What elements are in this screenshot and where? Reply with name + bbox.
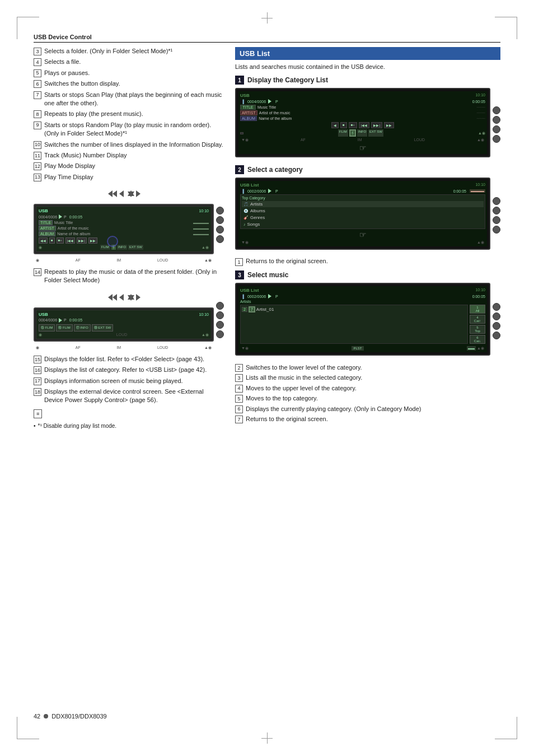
svg-marker-9 bbox=[136, 294, 140, 301]
list-item: 2 Switches to the lower level of the cat… bbox=[235, 363, 500, 372]
item-text-17: Displays information screen of music bei… bbox=[44, 377, 183, 385]
crosshair-bottom bbox=[261, 732, 273, 744]
list-item: 7 Returns to the original screen. bbox=[235, 415, 500, 423]
list-item: 5 Plays or pauses. bbox=[34, 69, 224, 77]
item-num-5: 5 bbox=[34, 69, 41, 77]
svg-marker-0 bbox=[108, 190, 117, 197]
sub-num-s6: 6 bbox=[235, 405, 243, 413]
item-text-10: Switches the number of lines displayed i… bbox=[44, 141, 223, 149]
list-item: 7 Starts or stops Scan Play (that plays … bbox=[34, 91, 224, 108]
device-mockup-2: USB 10:10 0004/0006 P 0:00:05 ⑮ FLIM bbox=[34, 290, 224, 351]
crosshair-top bbox=[261, 12, 273, 24]
item-text-3: Selects a folder. (Only in Folder Select… bbox=[44, 47, 172, 55]
footnote: • *¹ Disable during play list mode. bbox=[34, 423, 224, 429]
item-num-13: 13 bbox=[34, 174, 41, 181]
item-num-4: 4 bbox=[34, 58, 41, 66]
item-text-12: Play Mode Display bbox=[44, 162, 95, 170]
item-text-8: Repeats to play (the present music). bbox=[44, 110, 143, 118]
usb-screen-1: USB 10:10 ▐ 0004/0006 P 0:00:05 bbox=[235, 88, 500, 161]
item-text-13: Play Time Display bbox=[44, 173, 93, 181]
svg-marker-1 bbox=[119, 190, 124, 197]
list-item: 16 Displays the list of category. Refer … bbox=[34, 366, 224, 374]
section-3-label: Select music bbox=[247, 271, 288, 279]
svg-marker-6 bbox=[119, 294, 124, 301]
playback-controls-svg-2 bbox=[107, 290, 140, 305]
side-buttons-usb2 bbox=[493, 197, 500, 234]
side-buttons-2 bbox=[216, 302, 224, 338]
item-num-17: 17 bbox=[34, 377, 41, 385]
playback-controls-svg bbox=[107, 186, 140, 202]
device-mockup-1: USB 10:10 0004/0006 P 0:00:05 bbox=[34, 186, 224, 263]
item-text-11: Track (Music) Number Display bbox=[44, 151, 127, 160]
item-num-11: 11 bbox=[34, 152, 41, 160]
note-icon: ≡ bbox=[34, 409, 42, 418]
list-item: 12 Play Mode Display bbox=[34, 162, 224, 170]
item-text-5: Plays or pauses. bbox=[44, 69, 90, 77]
item-text-16: Displays the list of category. Refer to … bbox=[44, 366, 207, 374]
feature-list: 3 Selects a folder. (Only in Folder Sele… bbox=[34, 47, 224, 181]
list-item: 6 Displays the currently playing categor… bbox=[235, 405, 500, 413]
usb-list-header: USB List bbox=[235, 47, 500, 60]
usb-screen-3: USB List 10:10 ▐ 0002/0006 P 0:00:05 Art… bbox=[235, 283, 500, 359]
sub-num-s7: 7 bbox=[235, 416, 243, 423]
list-item: 4 Selects a file. bbox=[34, 58, 224, 66]
list-item: 14 Repeats to play the music or data of … bbox=[34, 268, 224, 285]
feature-list-3: 15 Displays the folder list. Refer to <F… bbox=[34, 355, 224, 405]
list-item: 3 Lists all the music in the selected ca… bbox=[235, 374, 500, 382]
item-num-12: 12 bbox=[34, 162, 41, 170]
sub-num-s3: 3 bbox=[235, 374, 243, 382]
item-num-8: 8 bbox=[34, 110, 41, 118]
feature-list-2: 14 Repeats to play the music or data of … bbox=[34, 268, 224, 285]
footnote-text: *¹ Disable during play list mode. bbox=[38, 423, 117, 429]
list-item: 17 Displays information screen of music … bbox=[34, 377, 224, 385]
list-item: 6 Switches the button display. bbox=[34, 80, 224, 88]
touch-hand-icon-2: ☞ bbox=[359, 230, 367, 239]
section-2-title: 2 Select a category bbox=[235, 165, 500, 174]
item-text-18: Displays the external device control scr… bbox=[44, 388, 224, 405]
bullet-icon: • bbox=[34, 423, 36, 429]
list-item: 4 Moves to the upper level of the catego… bbox=[235, 384, 500, 393]
left-column: 3 Selects a folder. (Only in Folder Sele… bbox=[34, 47, 224, 429]
note-section: ≡ bbox=[34, 409, 224, 421]
list-item: 3 Selects a folder. (Only in Folder Sele… bbox=[34, 47, 224, 55]
item-num-10: 10 bbox=[34, 141, 41, 149]
section-2-note: 1 Returns to the original screen. bbox=[235, 258, 500, 266]
item-text-15: Displays the folder list. Refer to <Fold… bbox=[44, 355, 204, 363]
sub-num-s2: 2 bbox=[235, 364, 243, 372]
section-2-label: Select a category bbox=[247, 166, 303, 174]
item-text-6: Switches the button display. bbox=[44, 80, 120, 88]
section-3-sub-items: 2 Switches to the lower level of the cat… bbox=[235, 363, 500, 423]
sub-num-s5: 5 bbox=[235, 395, 243, 403]
list-item: 18 Displays the external device control … bbox=[34, 388, 224, 405]
item-text-14: Repeats to play the music or data of the… bbox=[44, 268, 224, 285]
item-num-18: 18 bbox=[34, 388, 41, 396]
list-item: 5 Moves to the top category. bbox=[235, 394, 500, 403]
list-item: 15 Displays the folder list. Refer to <F… bbox=[34, 355, 224, 363]
side-buttons-usb3 bbox=[493, 303, 500, 339]
item-num-15: 15 bbox=[34, 356, 41, 363]
page-footer: 42 DDX8019/DDX8039 bbox=[34, 713, 107, 720]
list-item: 13 Play Time Display bbox=[34, 173, 224, 181]
item-text-7: Starts or stops Scan Play (that plays th… bbox=[44, 91, 224, 108]
usb-screen-2: USB List 10:10 ▐ 0002/0006 P 0:00:05 ▬▬▬… bbox=[235, 178, 500, 253]
touch-hand-icon-1: ☞ bbox=[359, 143, 367, 152]
model-number: DDX8019/DDX8039 bbox=[51, 713, 106, 720]
item-num-14: 14 bbox=[34, 268, 41, 276]
page-number: 42 bbox=[34, 713, 40, 720]
section-3-title: 3 Select music bbox=[235, 270, 500, 279]
section-1-label: Display the Category List bbox=[247, 76, 328, 84]
section-num-1: 1 bbox=[235, 76, 244, 85]
svg-marker-4 bbox=[136, 190, 140, 197]
item-num-3: 3 bbox=[34, 48, 41, 55]
item-num-7: 7 bbox=[34, 91, 41, 99]
section-1-title: 1 Display the Category List bbox=[235, 76, 500, 85]
footer-bullet bbox=[44, 714, 48, 718]
list-item: 9 Starts or stops Random Play (to play m… bbox=[34, 121, 224, 138]
item-num-16: 16 bbox=[34, 366, 41, 374]
right-column: USB List Lists and searches music contai… bbox=[235, 47, 500, 429]
item-text-4: Selects a file. bbox=[44, 58, 81, 66]
list-item: 10 Switches the number of lines displaye… bbox=[34, 141, 224, 149]
list-item: 11 Track (Music) Number Display bbox=[34, 151, 224, 160]
item-num-6: 6 bbox=[34, 80, 41, 88]
side-buttons-usb1 bbox=[493, 106, 500, 143]
